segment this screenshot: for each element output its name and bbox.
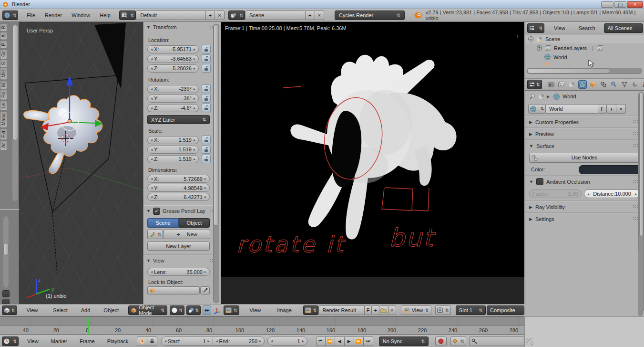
render-pass-select[interactable]: Composite — [487, 305, 524, 315]
rotation-y-lock-button[interactable] — [202, 94, 211, 103]
location-y-field[interactable]: ◂Y:-3.64583▸ — [147, 55, 199, 63]
transform-panel-title[interactable]: Transform — [153, 24, 177, 30]
close-button[interactable]: × — [627, 1, 643, 8]
panel-ray-visibility[interactable]: ▶Ray Visibility — [525, 201, 644, 212]
rotation-z-field[interactable]: ◂Z:-4.6°▸ — [147, 104, 199, 112]
toolshelf-tab[interactable]: R — [0, 23, 7, 32]
minimize-button[interactable]: – — [601, 1, 613, 8]
grease-pencil-checkbox[interactable]: ✓ — [153, 208, 160, 215]
scene-delete-button[interactable]: × — [315, 11, 325, 20]
scale-y-lock-button[interactable] — [202, 145, 211, 154]
menu-render[interactable]: Render — [40, 12, 67, 18]
tab-texture-icon[interactable] — [641, 80, 644, 89]
mode-select[interactable]: Object Mode ⇅ — [128, 305, 167, 315]
toolshelf-tab[interactable]: Ext — [0, 128, 7, 140]
image-name-field[interactable]: Render Result — [318, 305, 365, 315]
panel-ambient-occlusion[interactable]: ▼ Ambient Occlusion — [525, 176, 644, 187]
grease-pencil-collapse-icon[interactable]: ▼ — [146, 209, 151, 213]
outliner-row-scene[interactable]: − Scene — [525, 34, 644, 43]
tl-menu-frame[interactable]: Frame — [75, 338, 100, 344]
ao-factor-field[interactable]: Factor:1.00 — [529, 189, 582, 198]
view-panel-title[interactable]: View — [153, 258, 164, 263]
scale-x-field[interactable]: ◂X:1.519▸ — [147, 136, 199, 144]
preview-range-clock-button[interactable] — [137, 336, 147, 346]
toolshelf-tab[interactable]: MH — [0, 68, 7, 80]
outliner-filter-select[interactable]: All Scenes — [604, 23, 643, 33]
display-view-select[interactable]: View ⇅ — [401, 305, 432, 315]
vp-menu-select[interactable]: Select — [48, 307, 72, 313]
scene-icon-button[interactable]: ⇅ — [228, 11, 245, 20]
tab-world-icon-active[interactable] — [578, 80, 587, 89]
jump-to-end-button[interactable]: ⏭ — [364, 336, 373, 346]
outliner-row-renderlayers[interactable]: + RenderLayers | — [525, 43, 644, 53]
use-nodes-button[interactable]: Use Nodes — [529, 153, 640, 163]
toolshelf-tab[interactable]: Le — [0, 101, 7, 111]
location-z-lock-button[interactable] — [202, 64, 211, 73]
scene-name[interactable]: Scene — [245, 11, 306, 20]
render-engine-select[interactable]: Cycles Render ⇅ — [335, 11, 405, 20]
manipulator-toggle[interactable]: ⬌ — [203, 305, 211, 315]
toolshelf-scrollbar[interactable] — [12, 24, 19, 201]
menu-help[interactable]: Help — [95, 12, 115, 18]
toolshelf-tab[interactable]: Manu — [0, 111, 7, 128]
screen-layout-name[interactable]: Default — [136, 11, 206, 20]
toolshelf-lower-slider[interactable] — [3, 216, 9, 288]
active-keying-set-field[interactable] — [469, 336, 524, 346]
editor-type-properties-button[interactable]: ⇅ — [527, 80, 542, 89]
outliner-menu-view[interactable]: View — [549, 25, 570, 31]
image-fake-user-button[interactable]: F — [365, 305, 372, 315]
scale-x-lock-button[interactable] — [202, 136, 211, 144]
gp-source-object-tab[interactable]: Object — [179, 218, 210, 228]
dimensions-x-field[interactable]: ◂X:5.72689▸ — [147, 175, 210, 183]
sync-mode-select[interactable]: No Sync⇅ — [379, 336, 429, 346]
npanel-scrollbar[interactable] — [213, 24, 219, 303]
world-color-swatch[interactable] — [579, 165, 642, 174]
dimensions-z-field[interactable]: ◂Z:6.42271▸ — [147, 193, 210, 201]
gp-new-button[interactable]: +New — [164, 230, 210, 239]
toolshelf-tab[interactable]: Gr — [0, 49, 7, 59]
editor-type-3dview-button[interactable]: ⇅ — [2, 305, 17, 315]
location-x-field[interactable]: ◂X:-5.95171▸ — [147, 45, 199, 53]
outliner-hscrollbar[interactable] — [527, 68, 642, 74]
panel-surface[interactable]: ▼Surface — [525, 140, 644, 151]
collapse-area-plus-icon[interactable]: + — [516, 32, 520, 40]
vp-menu-view[interactable]: View — [22, 307, 43, 313]
world-unlink-button[interactable]: × — [616, 104, 626, 114]
viewport-shading-button[interactable]: ⇅ — [170, 305, 184, 315]
current-frame-field[interactable]: ◂1▸ — [267, 336, 307, 346]
collapse-minus-icon[interactable]: − — [528, 36, 533, 42]
editor-type-outliner-button[interactable]: ⇅ — [527, 23, 544, 33]
outliner-menu-search[interactable]: Search — [574, 25, 600, 31]
frame-end-field[interactable]: ◂End:250▸ — [213, 336, 265, 346]
ao-distance-field[interactable]: ◂Distance:10.000▸ — [584, 189, 640, 198]
scale-z-field[interactable]: ◂Z:1.519▸ — [147, 155, 199, 163]
lens-field[interactable]: ◂Lens:35.000▸ — [147, 268, 210, 276]
location-y-lock-button[interactable] — [202, 54, 211, 63]
pin-icon[interactable] — [529, 94, 535, 100]
tab-data-icon[interactable] — [620, 80, 629, 89]
screen-layout-add-button[interactable]: + — [206, 11, 215, 20]
editor-type-timeline-button[interactable]: ⇅ — [2, 336, 19, 346]
toolshelf-tab[interactable]: P — [0, 41, 7, 49]
viewport-3d[interactable]: User Persp z y (1) unbio — [19, 22, 143, 304]
keying-set-button[interactable]: ⇅ — [450, 336, 466, 346]
rotation-z-lock-button[interactable] — [202, 104, 211, 112]
toolshelf-tab[interactable]: M — [0, 81, 7, 89]
location-z-field[interactable]: ◂Z:5.28026▸ — [147, 64, 199, 73]
toolshelf-toggle-1[interactable] — [2, 290, 10, 297]
tl-menu-marker[interactable]: Marker — [46, 338, 72, 344]
scale-z-lock-button[interactable] — [202, 155, 211, 163]
jump-next-keyframe-button[interactable]: ⏩ — [354, 336, 364, 346]
window-right-scrollbar[interactable] — [639, 92, 644, 312]
tab-scene-icon[interactable] — [568, 80, 576, 89]
titlebar[interactable]: Blender – ▢ × — [0, 0, 644, 9]
ie-menu-view[interactable]: View — [245, 307, 266, 313]
rotation-mode-select[interactable]: XYZ Euler⇅ — [147, 115, 210, 124]
rotation-x-field[interactable]: ◂X:-239°▸ — [147, 85, 199, 93]
screen-layout-delete-button[interactable]: × — [215, 11, 225, 20]
panel-settings[interactable]: ▶Settings — [525, 213, 644, 224]
jump-prev-keyframe-button[interactable]: ⏪ — [326, 336, 335, 346]
editor-type-image-button[interactable]: ⇅ — [224, 305, 239, 315]
renderlayer-badge-icon[interactable] — [597, 45, 603, 51]
lock-object-selector[interactable] — [147, 286, 200, 294]
